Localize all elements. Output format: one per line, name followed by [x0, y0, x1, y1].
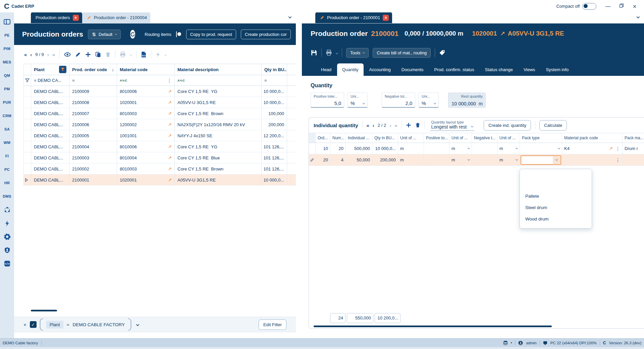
positive-tolerance-field[interactable]: Positive toler... 5,0 [311, 93, 344, 108]
filter-qty[interactable]: = [262, 75, 287, 86]
print-button[interactable] [120, 52, 126, 57]
filter-options-icon[interactable]: ⋮ [167, 78, 172, 83]
tab-views[interactable]: Views [519, 63, 540, 76]
create-production-confirmation-button[interactable]: Create production cor [241, 30, 291, 39]
print-menu-chevron-icon[interactable] [336, 50, 338, 56]
print-button[interactable] [326, 50, 332, 56]
close-button[interactable]: × [633, 3, 637, 10]
calculate-button[interactable]: Calculate [539, 120, 567, 131]
tab-list-chevron-icon[interactable] [289, 14, 291, 20]
tab-accounting[interactable]: Accounting [364, 63, 396, 76]
sidebar-item-fi[interactable]: FI [0, 149, 14, 163]
view-record-button[interactable] [64, 52, 71, 57]
add-row-button[interactable] [406, 122, 411, 128]
dropdown-option-pallete[interactable]: Pallete [520, 191, 592, 202]
open-material-icon[interactable]: ↗ [168, 89, 172, 94]
restore-button[interactable] [619, 3, 624, 9]
table-row[interactable]: DEMO CABL... 2100003 8010004↗ Core CY 1,… [23, 152, 296, 163]
sidebar-item-hr[interactable]: HR [0, 176, 14, 190]
last-page-button[interactable]: » [52, 52, 55, 57]
pack-type-combobox[interactable] [521, 155, 561, 165]
col-header-order-code[interactable]: Prod. order code ↓ [69, 64, 117, 75]
tag-icon[interactable] [439, 50, 445, 56]
table-row-selected[interactable]: 20 4 50,000 200,000 m m m ⋮ [309, 154, 644, 166]
sidebar-item-dms[interactable]: DMS [0, 190, 14, 203]
table-row[interactable]: DEMO CABL... 2100002 8010003↗ Core CY 1,… [23, 163, 296, 174]
chevron-down-icon[interactable] [553, 156, 560, 164]
table-row[interactable]: DEMO CABL... 2100007 8010003↗ Core CY 1,… [23, 108, 296, 119]
view-default-button[interactable]: Default [88, 30, 121, 39]
sidebar-item-pe[interactable]: PE [0, 29, 14, 42]
sidebar-item-qm[interactable]: QM [0, 69, 14, 82]
minimize-button[interactable]: — [605, 4, 610, 9]
open-pack-material-icon[interactable]: ↗ [609, 146, 613, 151]
order-material-code[interactable]: 1020001 [472, 30, 497, 37]
material-pack-code-cell[interactable]: ⋮ [562, 154, 623, 165]
table-row[interactable]: DEMO CABL... 2100005 1001001↗ NAYY-J 4x1… [23, 130, 296, 141]
last-page-button[interactable]: » [394, 122, 397, 128]
tab-documents[interactable]: Documents [396, 63, 429, 76]
col-header-material-description[interactable]: Material description [175, 64, 262, 75]
actions-menu-chevron-icon[interactable] [165, 51, 166, 57]
table-row[interactable]: DEMO CABL... 2100004 8010006↗ Core CY 1,… [23, 141, 296, 152]
tab-list-chevron-icon[interactable] [637, 14, 639, 20]
tab-production-orders[interactable]: Production orders × [31, 12, 82, 23]
remove-filter-icon[interactable]: × [23, 322, 26, 328]
filter-order-code[interactable]: = [69, 75, 117, 86]
export-xls-button[interactable]: XLS [141, 51, 147, 58]
prev-page-button[interactable]: ‹ [373, 122, 374, 128]
delete-row-button[interactable] [415, 122, 420, 128]
horizontal-scrollbar[interactable] [31, 310, 57, 311]
tools-button[interactable]: Tools [346, 48, 369, 58]
sidebar-item-pc[interactable]: PC [0, 163, 14, 176]
tab-close-icon[interactable]: × [383, 15, 389, 21]
sidebar-item-sa[interactable]: SA [0, 122, 14, 136]
open-material-icon[interactable]: ↗ [168, 133, 172, 138]
material-pack-code-cell[interactable]: K4↗⋮ [562, 143, 623, 154]
actions-lightning-button[interactable] [156, 52, 160, 57]
sidebar-item-pim[interactable]: PIM [0, 42, 14, 55]
open-material-icon[interactable]: ↗ [168, 144, 172, 149]
open-material-icon[interactable]: ↗ [168, 166, 172, 171]
first-page-button[interactable]: « [24, 52, 27, 57]
logged-in-user[interactable]: admin [526, 341, 536, 345]
create-ind-quantity-button[interactable]: Create ind. quantity [484, 120, 531, 131]
dropdown-option-steel-drum[interactable]: Steel drum [520, 202, 592, 213]
positive-unit-select[interactable]: Uni... % [347, 93, 368, 108]
share-icon[interactable] [0, 203, 14, 216]
prev-page-button[interactable]: ‹ [30, 52, 32, 57]
next-page-button[interactable]: › [389, 122, 391, 128]
copy-to-prod-request-button[interactable]: Copy to prod. request [186, 30, 236, 39]
gear-icon[interactable] [0, 230, 14, 243]
plant-filter-button[interactable] [59, 66, 66, 73]
create-bom-routing-button[interactable]: Create bill of mat., routing [373, 48, 431, 58]
negative-tolerance-field[interactable]: Negative tol... 2,0 [382, 93, 415, 108]
next-page-button[interactable]: › [47, 52, 49, 57]
negative-unit-select[interactable]: Uni... % [419, 93, 439, 108]
sidebar-toggle-icon[interactable] [0, 15, 14, 29]
copy-record-button[interactable] [95, 52, 101, 57]
horizontal-scrollbar[interactable] [314, 326, 552, 327]
first-page-button[interactable]: « [367, 122, 369, 128]
dropdown-option-blank[interactable] [520, 179, 592, 191]
code-icon[interactable]: </> [0, 257, 14, 270]
refresh-button[interactable] [130, 30, 135, 39]
edit-filter-button[interactable]: Edit Filter [259, 319, 286, 330]
tab-production-order-2100004[interactable]: Production order - 2100004 [82, 12, 150, 23]
open-material-icon[interactable]: ↗ [168, 178, 172, 183]
cell-options-icon[interactable]: ⋮ [615, 157, 620, 163]
add-record-button[interactable] [85, 52, 91, 57]
machine-info[interactable]: PC 22 (x64/x64) DPI:100% [550, 341, 597, 345]
delete-record-button[interactable] [105, 52, 111, 57]
filter-material-code[interactable]: A%C ⋮ [117, 75, 175, 86]
open-material-icon[interactable]: ↗ [168, 155, 172, 160]
dropdown-option-wood-drum[interactable]: Wood drum [520, 213, 592, 225]
filter-chevron-icon[interactable] [137, 321, 139, 328]
sidebar-item-wm[interactable]: WM [0, 136, 14, 149]
compact-toggle[interactable]: Compact off [556, 3, 596, 10]
open-material-icon[interactable]: ↗ [168, 111, 172, 116]
version-info[interactable]: Version: 26.3 (dev) [609, 341, 641, 345]
sort-desc-icon[interactable]: ↓ [112, 67, 114, 72]
tab-quantity[interactable]: Quantity [337, 63, 363, 76]
database-chevron-icon[interactable]: ▾ [511, 341, 512, 344]
